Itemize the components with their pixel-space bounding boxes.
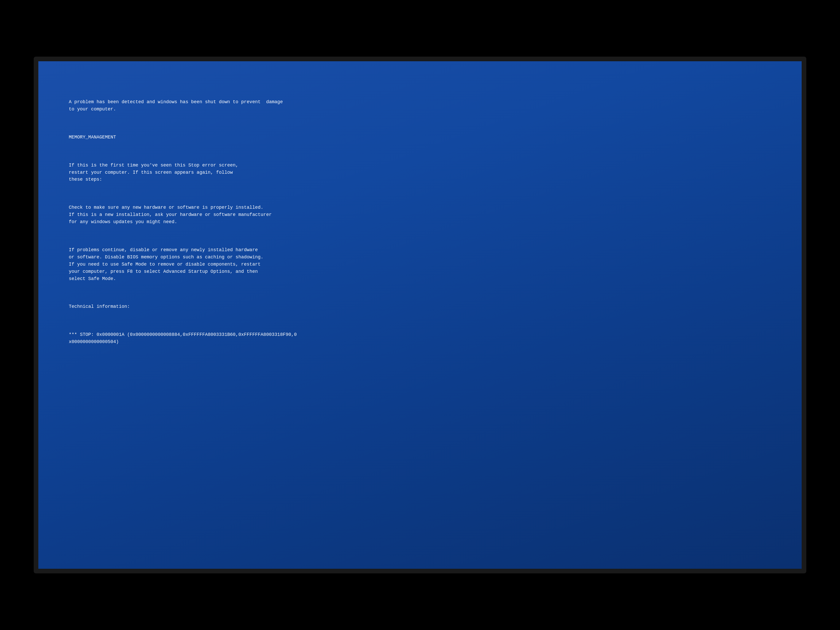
- bsod-error-code: MEMORY_MANAGEMENT: [69, 134, 771, 141]
- monitor-frame: A problem has been detected and windows …: [34, 57, 807, 573]
- bsod-screen: A problem has been detected and windows …: [38, 61, 802, 568]
- bsod-check-hardware: Check to make sure any new hardware or s…: [69, 204, 771, 226]
- bsod-content: A problem has been detected and windows …: [69, 84, 771, 360]
- bsod-stop-code: *** STOP: 0x0000001A (0x0000000000008884…: [69, 331, 771, 346]
- bsod-intro: A problem has been detected and windows …: [69, 99, 771, 113]
- bsod-if-problems: If problems continue, disable or remove …: [69, 246, 771, 282]
- bsod-technical-header: Technical information:: [69, 303, 771, 310]
- bsod-first-time: If this is the first time you've seen th…: [69, 162, 771, 183]
